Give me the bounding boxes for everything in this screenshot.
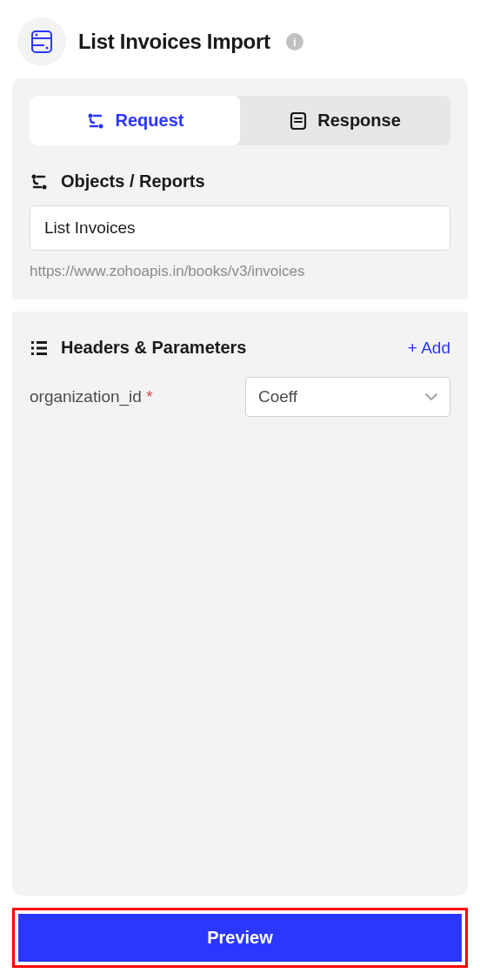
add-param-button[interactable]: + Add — [408, 339, 450, 358]
objects-input[interactable] — [30, 205, 450, 251]
tabs-container: Request Response — [30, 96, 450, 145]
objects-title: Objects / Reports — [61, 171, 205, 191]
main-panel: Request Response Objects / Reports https… — [12, 78, 468, 896]
svg-point-7 — [43, 185, 47, 189]
svg-point-4 — [98, 124, 103, 128]
param-row: organization_id * Coeff — [30, 377, 450, 417]
svg-point-6 — [32, 174, 37, 178]
page-header: List Invoices Import i — [0, 0, 480, 78]
svg-rect-13 — [37, 352, 47, 355]
response-icon — [290, 111, 307, 131]
footer: Preview — [0, 896, 480, 980]
tab-response[interactable]: Response — [240, 96, 450, 145]
endpoint-url: https://www.zohoapis.in/books/v3/invoice… — [30, 263, 450, 280]
objects-icon — [30, 172, 49, 191]
param-label: organization_id * — [30, 387, 235, 406]
objects-header: Objects / Reports — [30, 171, 450, 191]
headers-params-header: Headers & Parameters — [30, 338, 246, 358]
param-select[interactable]: Coeff — [245, 377, 450, 417]
param-label-text: organization_id — [30, 387, 142, 406]
svg-point-1 — [36, 34, 38, 37]
tab-response-label: Response — [317, 111, 401, 131]
page-title: List Invoices Import — [78, 30, 270, 54]
svg-rect-9 — [37, 341, 47, 344]
headers-params-section: Headers & Parameters + Add organization_… — [30, 338, 450, 417]
required-indicator: * — [146, 387, 152, 406]
svg-rect-8 — [31, 341, 34, 344]
svg-point-3 — [88, 113, 92, 117]
preview-button[interactable]: Preview — [18, 914, 462, 962]
tab-request[interactable]: Request — [30, 96, 240, 145]
preview-highlight: Preview — [12, 908, 468, 968]
param-select-value: Coeff — [258, 387, 297, 406]
params-icon — [30, 339, 49, 357]
info-icon[interactable]: i — [286, 33, 303, 50]
tab-request-label: Request — [116, 111, 184, 131]
headers-params-title: Headers & Parameters — [61, 338, 246, 358]
chevron-down-icon — [425, 393, 437, 401]
request-icon — [86, 111, 105, 131]
svg-rect-11 — [37, 346, 47, 349]
svg-rect-10 — [31, 346, 34, 349]
svg-rect-12 — [31, 352, 34, 355]
svg-rect-0 — [32, 31, 51, 52]
section-separator — [12, 299, 468, 312]
app-icon — [17, 17, 66, 66]
objects-section: Objects / Reports https://www.zohoapis.i… — [30, 171, 450, 280]
svg-point-2 — [46, 47, 49, 50]
